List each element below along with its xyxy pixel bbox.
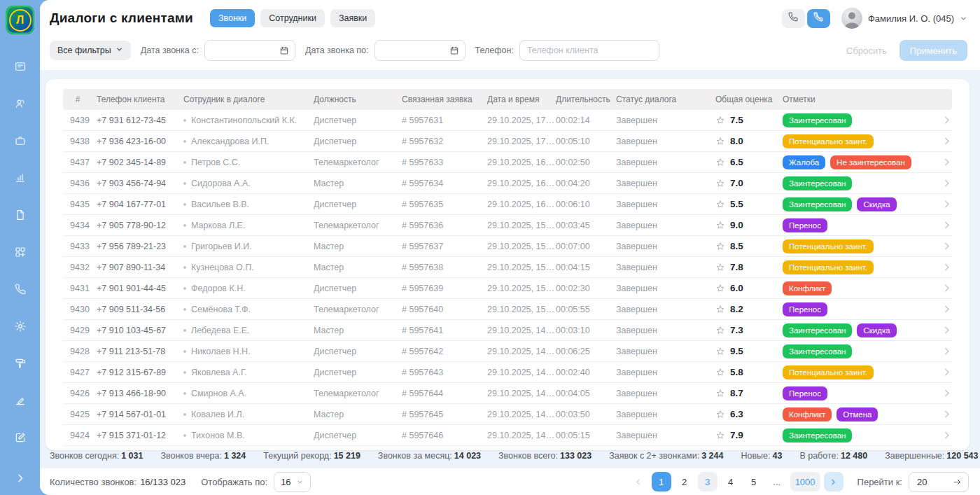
page-button-3[interactable]: 3 (698, 472, 718, 491)
tab-Заявки[interactable]: Заявки (330, 9, 375, 27)
table-row[interactable]: 9425+7 914 567-01-01Ковалев И.Л.Мастер# … (63, 404, 952, 425)
apply-button[interactable]: Применить (899, 40, 967, 61)
chevron-right-icon (941, 430, 952, 440)
per-page-label: Отображать по: (201, 477, 267, 487)
table-row[interactable]: 9430+7 909 511-34-56Семёнова Т.Ф.Телемар… (63, 299, 952, 320)
row-open-button[interactable] (927, 241, 952, 251)
sidebar-item-bar-chart[interactable] (13, 172, 27, 186)
sidebar-item-apps-plus[interactable] (13, 246, 27, 260)
app-logo[interactable]: Л (6, 6, 34, 34)
phone-filter-input[interactable] (526, 45, 653, 56)
tag-badge: Перенос (783, 218, 827, 232)
sidebar-item-phone-call[interactable] (13, 284, 27, 298)
table-row[interactable]: 9436+7 903 456-74-94Сидорова А.А.Мастер#… (63, 173, 952, 194)
rating-value: 6.0 (730, 283, 743, 293)
cell-ticket: # 5957644 (402, 389, 487, 398)
row-open-button[interactable] (927, 136, 952, 146)
cell-client-phone: +7 902 345-14-89 (97, 158, 183, 167)
table-row[interactable]: 9433+7 956 789-21-23Григорьев И.И.Мастер… (63, 236, 952, 257)
sidebar-item-feed[interactable] (13, 61, 27, 75)
table-row[interactable]: 9431+7 901 901-44-45Федоров К.Н.Диспетче… (63, 278, 952, 299)
tab-Сотрудники[interactable]: Сотрудники (260, 9, 325, 27)
sidebar-item-users[interactable] (13, 98, 27, 112)
table-row[interactable]: 9438+7 936 423-16-00Александрова И.П.Дис… (63, 131, 952, 152)
cell-position: Мастер (314, 410, 402, 419)
per-page-select[interactable]: 16 (274, 472, 310, 492)
table-row[interactable]: 9429+7 910 103-45-67Лебедева Е.Е.Мастер#… (63, 320, 952, 341)
row-open-button[interactable] (927, 157, 952, 167)
cell-ticket: # 5957639 (402, 284, 487, 293)
sidebar-item-paint-roller[interactable] (13, 358, 27, 372)
chevron-right-icon (941, 136, 952, 146)
star-icon (715, 284, 725, 293)
row-open-button[interactable] (927, 283, 952, 293)
cell-ticket: # 5957637 (402, 242, 487, 251)
signature-icon (14, 394, 27, 410)
date-to-input[interactable] (381, 45, 445, 56)
sidebar-item-gear[interactable] (13, 321, 27, 335)
cell-tags: Перенос (783, 386, 927, 400)
phone-on-button[interactable] (782, 9, 805, 28)
star-icon (715, 179, 725, 188)
sidebar-item-compose[interactable] (13, 432, 27, 446)
cell-datetime: 29.10.2025, 14:47 (487, 368, 556, 377)
cell-id: 9433 (63, 242, 97, 251)
sidebar-item-briefcase[interactable] (13, 135, 27, 149)
user-menu[interactable]: Фамилия И. О. (045) (841, 8, 967, 29)
table-row[interactable]: 9427+7 912 315-67-89Яковлева А.Г.Диспетч… (63, 362, 952, 383)
all-filters-button[interactable]: Все фильтры (50, 41, 131, 60)
row-open-button[interactable] (927, 262, 952, 272)
calendar-icon[interactable] (279, 46, 289, 55)
page-button-5[interactable]: 5 (744, 472, 764, 491)
row-open-button[interactable] (927, 346, 952, 356)
row-open-button[interactable] (927, 220, 952, 230)
table-row[interactable]: 9435+7 904 167-77-01Васильев В.В.Диспетч… (63, 194, 952, 215)
cell-employee: Сидорова А.А. (183, 179, 314, 188)
goto-input[interactable] (916, 476, 938, 488)
row-open-button[interactable] (927, 367, 952, 377)
star-icon (715, 389, 725, 398)
apps-plus-icon (14, 246, 27, 261)
phone-off-button[interactable] (807, 9, 830, 28)
row-open-button[interactable] (927, 304, 952, 314)
row-open-button[interactable] (927, 115, 952, 125)
calls-table-card: #Телефон клиентаСотрудник в диалогеДолжн… (46, 79, 969, 450)
prev-page-button[interactable] (629, 472, 648, 491)
stat-label: Звонков сегодня: (50, 451, 119, 461)
date-from-input[interactable] (211, 45, 275, 56)
table-row[interactable]: 9432+7 907 890-11-34Кузнецова О.П.Мастер… (63, 257, 952, 278)
arrow-right-icon[interactable] (953, 477, 962, 487)
bar-chart-icon (14, 172, 27, 187)
row-open-button[interactable] (927, 325, 952, 335)
table-row[interactable]: 9434+7 905 778-90-12Маркова Л.Е.Телемарк… (63, 215, 952, 236)
sidebar-item-signature[interactable] (13, 395, 27, 409)
row-open-button[interactable] (927, 178, 952, 188)
table-row[interactable]: 9428+7 911 213-51-78Николаев Н.Н.Диспетч… (63, 341, 952, 362)
tab-Звонки[interactable]: Звонки (210, 9, 255, 27)
row-open-button[interactable] (927, 409, 952, 419)
sidebar-expand-button[interactable] (15, 473, 26, 487)
cell-duration: 00:03:45 (556, 221, 616, 230)
reset-button[interactable]: Сбросить (838, 46, 895, 56)
next-page-button[interactable] (824, 472, 844, 491)
page-button-...[interactable]: ... (767, 472, 787, 491)
row-open-button[interactable] (927, 388, 952, 398)
column-header: Отметки (783, 95, 927, 104)
cell-ticket: # 5957632 (402, 137, 487, 146)
sidebar-item-document[interactable] (13, 209, 27, 223)
cell-duration: 00:02:50 (556, 158, 616, 167)
row-open-button[interactable] (927, 199, 952, 209)
table-row[interactable]: 9439+7 931 612-73-45Константинопольский … (63, 110, 952, 131)
calendar-icon[interactable] (449, 46, 459, 55)
cell-duration: 00:06:25 (556, 347, 616, 356)
row-open-button[interactable] (927, 430, 952, 440)
table-row[interactable]: 9426+7 913 466-18-90Смирнов А.А.Телемарк… (63, 383, 952, 404)
page-button-1000[interactable]: 1000 (790, 472, 820, 491)
calls-count-value: 16/133 023 (140, 477, 186, 487)
cell-id: 9432 (63, 263, 97, 272)
page-button-4[interactable]: 4 (721, 472, 741, 491)
page-button-2[interactable]: 2 (675, 472, 694, 491)
table-row[interactable]: 9437+7 902 345-14-89Петров С.С.Телемарке… (63, 152, 952, 173)
page-button-1[interactable]: 1 (652, 472, 671, 491)
cell-datetime: 29.10.2025, 15:11 (487, 284, 556, 293)
